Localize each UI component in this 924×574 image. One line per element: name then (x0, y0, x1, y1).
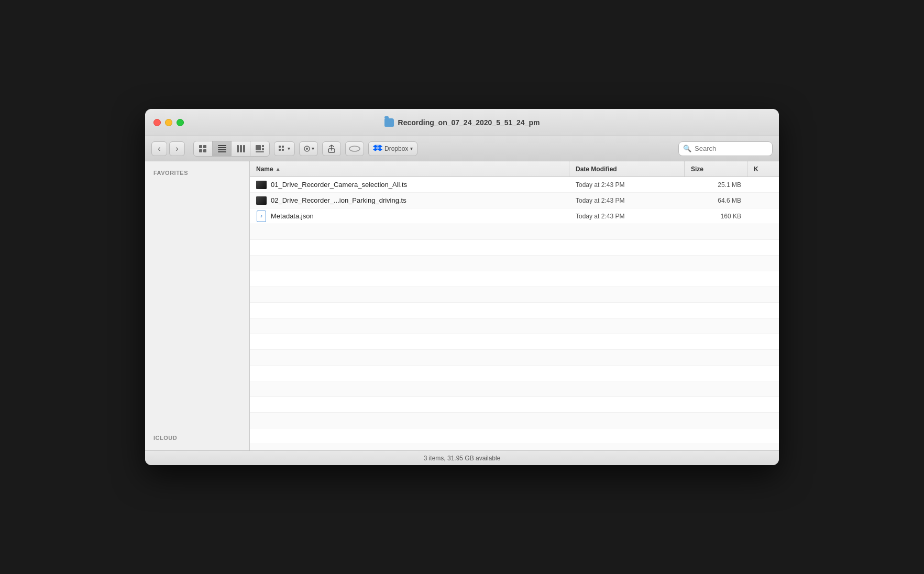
svg-rect-3 (203, 149, 206, 152)
file-date: Today at 2:43 PM (569, 213, 685, 220)
empty-row (250, 240, 779, 256)
status-text: 3 items, 31.95 GB available (424, 455, 501, 462)
tag-icon (349, 145, 360, 152)
window-title: Recording_on_07_24_2020_5_51_24_pm (398, 118, 540, 127)
view-columns-button[interactable] (232, 141, 250, 156)
file-size: 25.1 MB (685, 181, 747, 189)
svg-point-22 (349, 146, 360, 151)
action-button[interactable]: ▾ (299, 141, 318, 156)
video-file-icon (256, 195, 267, 206)
file-date: Today at 2:43 PM (569, 197, 685, 204)
file-name-cell: 01_Drive_Recorder_Camera_selection_All.t… (250, 180, 569, 190)
gallery-icon (256, 145, 264, 152)
dropbox-logo-icon (373, 144, 382, 153)
svg-rect-2 (199, 149, 202, 152)
svg-rect-1 (203, 145, 206, 148)
svg-rect-14 (256, 151, 264, 152)
window-title-area: Recording_on_07_24_2020_5_51_24_pm (384, 118, 540, 127)
view-gallery-button[interactable] (250, 141, 269, 156)
action-chevron-icon: ▾ (312, 146, 314, 151)
empty-row (250, 366, 779, 381)
date-modified-column-header[interactable]: Date Modified (569, 161, 685, 176)
empty-row (250, 318, 779, 334)
svg-point-20 (306, 148, 308, 150)
empty-row (250, 334, 779, 350)
file-name-cell: 02_Drive_Recorder_...ion_Parking_driving… (250, 195, 569, 206)
toolbar: ‹ › (145, 136, 779, 161)
empty-row (250, 224, 779, 240)
name-column-header[interactable]: Name ▲ (250, 161, 569, 176)
tag-button[interactable] (345, 141, 364, 156)
finder-window: Recording_on_07_24_2020_5_51_24_pm ‹ › (145, 109, 779, 465)
file-size: 64.6 MB (685, 197, 747, 204)
file-name: Metadata.json (271, 212, 314, 220)
status-bar: 3 items, 31.95 GB available (145, 450, 779, 465)
table-row[interactable]: J Metadata.json Today at 2:43 PM 160 KB (250, 208, 779, 224)
dropbox-chevron-icon: ▾ (410, 146, 413, 151)
dropbox-button[interactable]: Dropbox ▾ (368, 141, 417, 156)
empty-row (250, 381, 779, 397)
title-bar: Recording_on_07_24_2020_5_51_24_pm (145, 109, 779, 136)
svg-rect-0 (199, 145, 202, 148)
empty-row (250, 287, 779, 303)
view-buttons (193, 141, 270, 157)
svg-rect-12 (262, 145, 264, 147)
svg-rect-7 (218, 151, 226, 152)
group-button[interactable]: ▾ (274, 141, 295, 156)
empty-row (250, 350, 779, 366)
view-list-button[interactable] (213, 141, 232, 156)
forward-icon: › (175, 144, 178, 153)
search-input[interactable] (695, 145, 768, 152)
svg-rect-13 (262, 148, 264, 150)
dropbox-label: Dropbox (384, 145, 408, 152)
back-button[interactable]: ‹ (151, 141, 167, 156)
icloud-section-label: iCloud (145, 428, 249, 444)
forward-button[interactable]: › (169, 141, 185, 156)
json-file-icon: J (256, 211, 267, 222)
columns-icon (237, 145, 245, 152)
size-column-header[interactable]: Size (685, 161, 747, 176)
svg-rect-17 (279, 149, 281, 151)
maximize-button[interactable] (177, 119, 184, 126)
share-icon (328, 145, 335, 153)
minimize-button[interactable] (165, 119, 172, 126)
svg-rect-10 (243, 145, 245, 152)
file-list-area: Name ▲ Date Modified Size K (250, 161, 779, 450)
traffic-lights (153, 119, 184, 126)
svg-rect-5 (218, 147, 226, 148)
video-file-icon (256, 180, 267, 190)
svg-rect-9 (240, 145, 242, 152)
svg-rect-16 (282, 146, 284, 148)
kind-column-header[interactable]: K (747, 161, 779, 176)
back-icon: ‹ (158, 144, 160, 153)
empty-row (250, 413, 779, 428)
svg-rect-8 (237, 145, 239, 152)
empty-row (250, 271, 779, 287)
close-button[interactable] (153, 119, 161, 126)
file-rows: 01_Drive_Recorder_Camera_selection_All.t… (250, 177, 779, 450)
view-icon-button[interactable] (194, 141, 213, 156)
svg-rect-11 (256, 145, 261, 150)
file-name-cell: J Metadata.json (250, 211, 569, 222)
table-row[interactable]: 01_Drive_Recorder_Camera_selection_All.t… (250, 177, 779, 193)
empty-row (250, 428, 779, 444)
group-chevron-icon: ▾ (288, 146, 290, 151)
svg-rect-6 (218, 149, 226, 150)
main-content: Favorites iCloud Name ▲ Date Modified Si… (145, 161, 779, 450)
column-headers: Name ▲ Date Modified Size K (250, 161, 779, 177)
empty-row (250, 444, 779, 450)
file-name: 01_Drive_Recorder_Camera_selection_All.t… (271, 181, 407, 189)
svg-rect-18 (282, 149, 284, 151)
empty-row (250, 256, 779, 271)
svg-rect-4 (218, 145, 226, 146)
file-date: Today at 2:43 PM (569, 181, 685, 189)
favorites-section-label: Favorites (145, 168, 249, 179)
sort-arrow-icon: ▲ (276, 166, 281, 172)
search-bar[interactable]: 🔍 (678, 141, 773, 156)
file-name: 02_Drive_Recorder_...ion_Parking_driving… (271, 196, 406, 204)
share-button[interactable] (322, 141, 341, 156)
table-row[interactable]: 02_Drive_Recorder_...ion_Parking_driving… (250, 193, 779, 208)
file-size: 160 KB (685, 213, 747, 220)
empty-row (250, 303, 779, 318)
list-icon (218, 145, 226, 152)
